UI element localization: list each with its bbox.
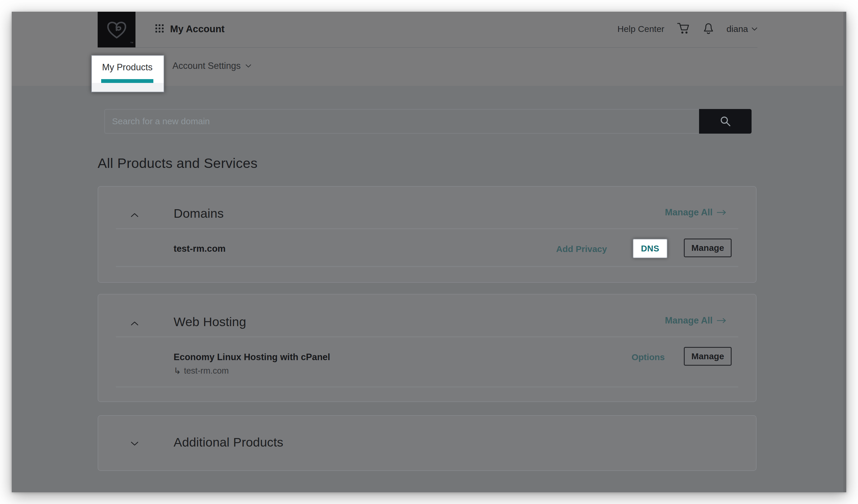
help-center-link[interactable]: Help Center [618, 24, 665, 34]
domains-card: Domains Manage All test-rm.com Add Priva… [98, 186, 757, 283]
divider [116, 336, 738, 337]
manage-all-label: Manage All [665, 315, 713, 326]
arrow-right-icon [717, 318, 727, 324]
spotlight-bottom-strip [92, 83, 164, 92]
app-launcher-icon[interactable] [155, 24, 164, 33]
additional-collapse-toggle[interactable] [130, 440, 139, 448]
user-menu[interactable]: diana [727, 24, 758, 34]
tab-my-products-label: My Products [102, 62, 153, 73]
chevron-down-icon [751, 27, 758, 31]
page-heading: All Products and Services [98, 155, 258, 171]
divider [116, 228, 738, 229]
additional-products-title: Additional Products [174, 435, 283, 450]
chevron-down-icon [245, 64, 251, 68]
hosting-collapse-toggle[interactable] [130, 320, 139, 327]
notifications-bell-icon[interactable] [703, 22, 714, 36]
web-hosting-card: Web Hosting Manage All Economy Linux Hos… [98, 294, 757, 402]
tab-account-settings-label: Account Settings [172, 61, 241, 71]
subdomain-arrow-icon: ↳ [174, 366, 181, 376]
header-actions: Help Center diana [618, 22, 758, 36]
domains-manage-all-link[interactable]: Manage All [665, 207, 727, 218]
tab-account-settings[interactable]: Account Settings [172, 61, 251, 71]
scrollbar-track[interactable] [843, 12, 846, 492]
trademark-symbol: ™ [130, 41, 133, 45]
hosting-manage-all-link[interactable]: Manage All [665, 315, 727, 326]
additional-products-card: Additional Products [98, 415, 757, 471]
chevron-down-icon [130, 441, 139, 446]
add-privacy-link[interactable]: Add Privacy [556, 244, 607, 254]
tab-my-products[interactable]: My Products [91, 55, 164, 92]
arrow-right-icon [717, 210, 727, 215]
search-button[interactable] [699, 109, 751, 134]
active-tab-underline [101, 79, 153, 83]
domains-title: Domains [174, 206, 224, 221]
options-link[interactable]: Options [632, 352, 665, 362]
username: diana [727, 24, 748, 34]
hosting-manage-button[interactable]: Manage [684, 347, 732, 366]
hosting-title: Web Hosting [174, 315, 246, 329]
search-icon [719, 115, 732, 128]
hosting-linked-domain: ↳ test-rm.com [174, 366, 229, 376]
cart-icon[interactable] [677, 22, 690, 36]
divider [116, 387, 738, 387]
domain-search-input[interactable] [105, 109, 699, 134]
dns-button[interactable]: DNS [633, 239, 667, 258]
app-window: ™ My Account Help Center diana [12, 12, 846, 492]
chevron-up-icon [130, 213, 139, 217]
divider [116, 266, 738, 267]
header-divider [136, 47, 758, 48]
godaddy-logo[interactable]: ™ [98, 12, 136, 47]
domains-collapse-toggle[interactable] [130, 212, 139, 219]
page-title: My Account [170, 23, 225, 35]
hosting-product-name: Economy Linux Hosting with cPanel [174, 352, 330, 362]
linked-domain-text: test-rm.com [184, 366, 229, 376]
domain-name: test-rm.com [174, 244, 225, 254]
chevron-up-icon [130, 321, 139, 326]
manage-all-label: Manage All [665, 207, 713, 218]
godaddy-heart-icon [105, 18, 128, 40]
domain-manage-button[interactable]: Manage [684, 239, 732, 257]
